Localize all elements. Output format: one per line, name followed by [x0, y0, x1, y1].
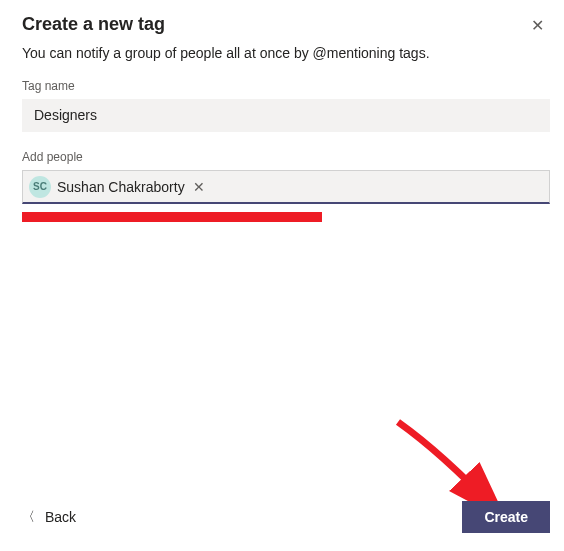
create-button[interactable]: Create: [462, 501, 550, 533]
person-chip: SC Sushan Chakraborty ✕: [29, 176, 205, 198]
close-icon[interactable]: ✕: [525, 14, 550, 37]
remove-person-icon[interactable]: ✕: [193, 179, 205, 195]
add-people-input[interactable]: SC Sushan Chakraborty ✕: [22, 170, 550, 204]
avatar: SC: [29, 176, 51, 198]
back-button[interactable]: 〈 Back: [22, 508, 76, 526]
redaction-bar: [22, 212, 322, 222]
add-people-label: Add people: [22, 150, 550, 164]
person-name: Sushan Chakraborty: [57, 179, 185, 195]
tag-name-input[interactable]: [22, 99, 550, 132]
tag-name-label: Tag name: [22, 79, 550, 93]
back-label: Back: [45, 509, 76, 525]
dialog-subtitle: You can notify a group of people all at …: [22, 45, 550, 61]
dialog-title: Create a new tag: [22, 14, 165, 35]
chevron-left-icon: 〈: [22, 508, 35, 526]
